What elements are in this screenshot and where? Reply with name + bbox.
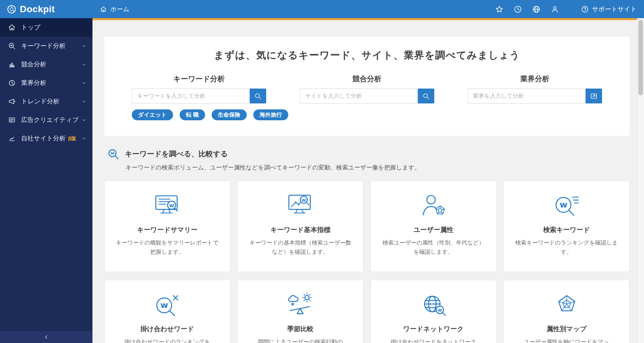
feature-card-attribute-map[interactable]: 属性別マップ ユーザー属性を軸にワードをマッ — [504, 280, 629, 343]
scrollbar-thumb[interactable] — [638, 20, 643, 95]
top-header: Dockpit ホーム サポー — [0, 0, 644, 18]
globe-icon[interactable] — [532, 5, 541, 14]
keyword-search-icon — [107, 148, 120, 160]
sidebar-item-keyword-analysis[interactable]: キーワード分析 — [0, 37, 92, 55]
competitor-search-input[interactable] — [300, 89, 418, 103]
sidebar: トップ キーワード分析 競合分析 業界分析 — [0, 18, 92, 343]
search-column-label: キーワード分析 — [132, 74, 266, 84]
svg-text:w: w — [302, 197, 306, 203]
hero-search-panel: まずは、気になるキーワード、サイト、業界を調べてみましょう キーワード分析 競合… — [104, 37, 629, 136]
sidebar-item-label: 広告クリエイティブ — [21, 116, 79, 124]
monitor-chart-icon: w — [285, 190, 316, 221]
feature-card-grid: w キーワードサマリー キーワードの概観をサマリーレポートで把握します。 w — [104, 181, 629, 343]
suggested-tags: ダイエット 転 職 生命保険 海外旅行 — [104, 109, 629, 120]
sidebar-item-industry-analysis[interactable]: 業界分析 — [0, 74, 92, 92]
user-icon[interactable] — [551, 5, 559, 14]
feature-card-keyword-summary[interactable]: w キーワードサマリー キーワードの概観をサマリーレポートで把握します。 — [104, 181, 230, 272]
chevron-down-icon — [81, 117, 87, 123]
search-icon — [422, 92, 430, 100]
nav-home[interactable]: ホーム — [100, 5, 129, 14]
feature-card-combined-words[interactable]: w 掛け合わせワード 掛け合わせワードのランキングを — [104, 280, 230, 343]
competitor-search-button[interactable] — [418, 89, 434, 103]
keyword-section-header: キーワードを調べる、比較する キーワードの検索ボリューム、ユーザー属性などを調べ… — [104, 148, 629, 172]
home-icon — [100, 6, 107, 13]
site-search-icon — [590, 92, 598, 100]
pie-chart-icon — [8, 79, 16, 87]
dockpit-logo-icon — [7, 4, 17, 14]
header-actions: サポートサイト — [495, 5, 644, 14]
search-column-label: 業界分析 — [468, 74, 602, 84]
feature-card-search-keywords[interactable]: w 検索キーワード 検索キーワードのランキングを確認します。 — [504, 181, 629, 272]
card-description: キーワードの基本指標（検索ユーザー数など）を確認します。 — [249, 238, 352, 257]
feature-card-word-network[interactable]: w ワードネットワーク 掛け合わせワードをネットワーク — [371, 280, 496, 343]
support-site-label: サポートサイト — [592, 5, 637, 14]
sidebar-item-trend-analysis[interactable]: トレンド分析 — [0, 92, 92, 111]
card-title: ワードネットワーク — [403, 324, 464, 333]
search-cross-icon: w — [152, 289, 183, 320]
megaphone-icon — [8, 97, 16, 105]
support-site-link[interactable]: サポートサイト — [581, 5, 637, 14]
sidebar-item-label: 自社サイト分析 — [21, 134, 65, 143]
card-title: ユーザー属性 — [413, 225, 453, 234]
card-description: 掛け合わせワードのランキングを — [116, 337, 219, 343]
chevron-down-icon — [81, 62, 87, 67]
attribute-map-icon — [551, 289, 582, 320]
sidebar-item-label: 業界分析 — [21, 79, 46, 87]
feature-card-user-attributes[interactable]: ユーザー属性 検索ユーザーの属性（性別、年代など）を確認します。 — [371, 181, 496, 272]
help-icon — [581, 5, 589, 13]
sidebar-item-ad-creative[interactable]: 広告クリエイティブ — [0, 111, 92, 129]
app-logo[interactable]: Dockpit — [0, 4, 92, 15]
tag-pill[interactable]: 生命保険 — [212, 109, 247, 120]
industry-search-button[interactable] — [586, 89, 602, 103]
star-icon[interactable] — [495, 5, 504, 14]
sidebar-item-competitor-analysis[interactable]: 競合分析 — [0, 55, 92, 74]
sidebar-item-label: 競合分析 — [21, 60, 46, 69]
chevron-down-icon — [81, 136, 87, 141]
user-attribute-icon — [418, 190, 449, 221]
sidebar-collapse-button[interactable] — [0, 331, 92, 343]
card-title: 掛け合わせワード — [140, 324, 194, 333]
feature-card-season-compare[interactable]: 季節比較 期間によるユーザーの検索行動の — [237, 280, 363, 343]
season-compare-icon — [285, 289, 316, 320]
svg-text:w: w — [169, 202, 174, 209]
card-title: 属性別マップ — [547, 324, 587, 333]
competitor-search-column: 競合分析 — [300, 74, 434, 103]
main-content: まずは、気になるキーワード、サイト、業界を調べてみましょう キーワード分析 競合… — [92, 20, 637, 343]
tag-pill[interactable]: ダイエット — [132, 109, 173, 120]
sidebar-item-top[interactable]: トップ — [0, 18, 92, 37]
app-logo-text: Dockpit — [20, 4, 55, 15]
word-network-icon: w — [418, 289, 449, 320]
svg-text:w: w — [559, 200, 567, 210]
keyword-search-column: キーワード分析 — [132, 74, 266, 103]
card-title: キーワード基本指標 — [270, 225, 330, 234]
chevron-down-icon — [81, 43, 87, 49]
sidebar-item-label: トップ — [21, 23, 40, 32]
card-title: 季節比較 — [287, 324, 314, 333]
section-title: キーワードを調べる、比較する — [125, 149, 228, 159]
card-description: 掛け合わせワードをネットワーク — [382, 337, 485, 343]
nav-home-label: ホーム — [110, 5, 129, 14]
chevron-left-icon — [43, 334, 49, 340]
svg-text:w: w — [160, 300, 168, 310]
sidebar-item-label: トレンド分析 — [21, 97, 59, 106]
home-icon — [8, 23, 16, 31]
tag-pill[interactable]: 転 職 — [180, 109, 205, 120]
history-clock-icon[interactable] — [514, 5, 522, 14]
card-title: 検索キーワード — [543, 225, 590, 234]
card-description: キーワードの概観をサマリーレポートで把握します。 — [116, 238, 219, 257]
tag-pill[interactable]: 海外旅行 — [253, 109, 288, 120]
search-column-label: 競合分析 — [300, 74, 434, 84]
vertical-scrollbar[interactable] — [637, 18, 644, 343]
sidebar-item-own-site-analysis[interactable]: 自社サイト分析 β版 — [0, 129, 92, 148]
keyword-search-input[interactable] — [132, 89, 250, 103]
feature-card-keyword-metrics[interactable]: w キーワード基本指標 キーワードの基本指標（検索ユーザー数など）を確認します。 — [237, 181, 363, 272]
card-description: ユーザー属性を軸にワードをマッ — [515, 337, 618, 343]
industry-search-input[interactable] — [468, 89, 586, 103]
monitor-search-icon: w — [152, 190, 183, 221]
search-row: キーワード分析 競合分析 — [104, 74, 629, 103]
card-description: 検索ユーザーの属性（性別、年代など）を確認します。 — [382, 238, 485, 257]
keyword-search-button[interactable] — [250, 89, 266, 103]
sidebar-item-label: キーワード分析 — [21, 42, 65, 50]
newspaper-icon — [8, 116, 16, 124]
beta-badge: β版 — [68, 135, 76, 142]
